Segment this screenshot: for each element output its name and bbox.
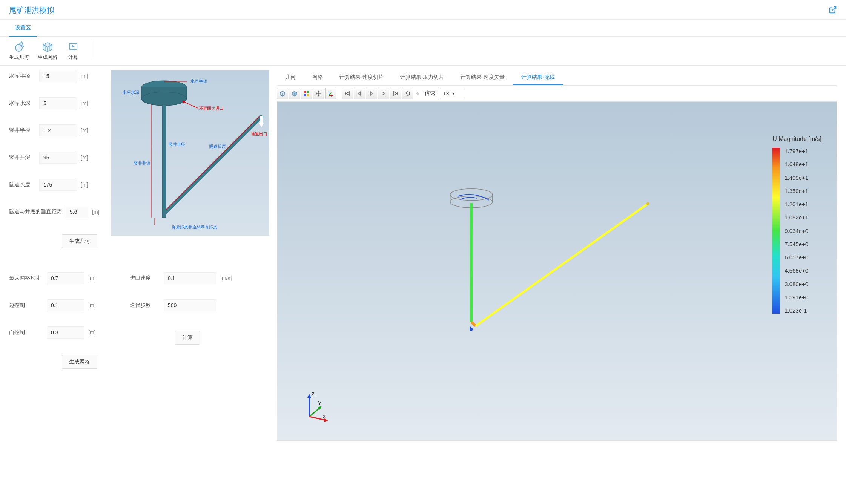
svg-text:x: x bbox=[331, 95, 332, 97]
playback-prev-icon[interactable] bbox=[354, 88, 365, 99]
right-panel: 几何 网格 计算结果-速度切片 计算结果-压力切片 计算结果-速度矢量 计算结果… bbox=[277, 70, 837, 441]
legend-label: 3.080e+0 bbox=[785, 281, 808, 287]
unit-tunnel-dist: [m] bbox=[92, 209, 103, 215]
unit-reservoir-radius: [m] bbox=[81, 73, 92, 79]
input-face-ctrl[interactable] bbox=[47, 326, 84, 339]
left-panel: 水库半径 [m] 水库水深 [m] 竖井半径 [m] 竖井井深 bbox=[9, 70, 269, 441]
svg-marker-3 bbox=[72, 45, 75, 48]
label-shaft-radius: 竖井半径 bbox=[9, 127, 35, 134]
view-axes-icon[interactable]: x bbox=[325, 88, 336, 99]
speed-select[interactable]: 1× bbox=[440, 88, 462, 99]
input-max-size[interactable] bbox=[47, 272, 84, 284]
diag-label-reservoir-depth: 水库水深 bbox=[123, 90, 139, 95]
input-edge-ctrl[interactable] bbox=[47, 299, 84, 311]
view-iso-icon[interactable] bbox=[277, 88, 288, 99]
label-max-size: 最大网格尺寸 bbox=[9, 275, 43, 282]
open-external-icon[interactable] bbox=[829, 6, 837, 15]
tab-vel-slice[interactable]: 计算结果-速度切片 bbox=[331, 70, 392, 85]
svg-rect-16 bbox=[304, 91, 306, 93]
svg-point-32 bbox=[646, 202, 649, 205]
compute-button[interactable]: 计算 bbox=[175, 331, 200, 345]
generate-mesh-button[interactable]: 生成网格 bbox=[62, 355, 97, 369]
row-iter-steps: 迭代步数 bbox=[130, 299, 232, 311]
playback-first-icon[interactable] bbox=[342, 88, 353, 99]
row-reservoir-radius: 水库半径 [m] bbox=[9, 70, 103, 82]
view-grid-icon[interactable] bbox=[301, 88, 312, 99]
geometry-inputs: 水库半径 [m] 水库水深 [m] 竖井半径 [m] 竖井井深 bbox=[9, 70, 103, 248]
label-reservoir-radius: 水库半径 bbox=[9, 73, 35, 80]
sim-inputs: 进口速度 [m/s] 迭代步数 计算 bbox=[130, 272, 232, 369]
label-shaft-depth: 竖井井深 bbox=[9, 154, 35, 161]
main-tabs: 设置区 bbox=[0, 20, 846, 37]
legend-label: 1.023e-1 bbox=[785, 307, 808, 314]
main-content: 水库半径 [m] 水库水深 [m] 竖井半径 [m] 竖井井深 bbox=[0, 66, 846, 452]
toolbar-separator bbox=[91, 41, 91, 59]
input-tunnel-length[interactable] bbox=[39, 179, 77, 191]
svg-text:Y: Y bbox=[318, 400, 322, 406]
toolbar-generate-mesh[interactable]: 生成网格 bbox=[38, 41, 57, 61]
label-edge-ctrl: 边控制 bbox=[9, 302, 43, 309]
toolbar-mesh-label: 生成网格 bbox=[38, 54, 57, 61]
label-tunnel-dist: 隧道与井底的垂直距离 bbox=[9, 208, 62, 215]
input-reservoir-depth[interactable] bbox=[39, 97, 77, 109]
legend-label: 1.648e+1 bbox=[785, 161, 808, 167]
row-inlet-vel: 进口速度 [m/s] bbox=[130, 272, 232, 284]
view-front-icon[interactable] bbox=[289, 88, 300, 99]
input-shaft-depth[interactable] bbox=[39, 152, 77, 164]
tab-geometry[interactable]: 几何 bbox=[277, 70, 304, 85]
toolbar-compute[interactable]: 计算 bbox=[66, 41, 80, 61]
unit-max-size: [m] bbox=[88, 275, 100, 281]
input-reservoir-radius[interactable] bbox=[39, 70, 77, 82]
frame-number: 6 bbox=[414, 90, 422, 97]
svg-line-38 bbox=[309, 407, 321, 417]
tab-settings[interactable]: 设置区 bbox=[9, 20, 37, 37]
label-tunnel-length: 隧道长度 bbox=[9, 181, 35, 188]
row-tunnel-length: 隧道长度 [m] bbox=[9, 179, 103, 191]
geometry-section: 水库半径 [m] 水库水深 [m] 竖井半径 [m] 竖井井深 bbox=[9, 70, 269, 248]
playback-next-icon[interactable] bbox=[378, 88, 389, 99]
svg-rect-19 bbox=[307, 94, 309, 96]
input-iter-steps[interactable] bbox=[164, 299, 216, 311]
svg-marker-24 bbox=[406, 93, 407, 94]
axis-indicator: Z Y X bbox=[300, 390, 334, 425]
mesh-button-row: 生成网格 bbox=[9, 355, 100, 369]
svg-line-8 bbox=[164, 116, 262, 214]
playback-loop-icon[interactable] bbox=[402, 88, 413, 99]
svg-rect-17 bbox=[307, 91, 309, 93]
playback-last-icon[interactable] bbox=[390, 88, 401, 99]
diag-label-tunnel-dist: 隧道距离井底的垂直距离 bbox=[172, 225, 217, 230]
toolbar-generate-geometry[interactable]: 生成几何 bbox=[9, 41, 29, 61]
tab-mesh[interactable]: 网格 bbox=[304, 70, 331, 85]
toolbar-geometry-label: 生成几何 bbox=[9, 54, 29, 61]
legend-label: 1.052e+1 bbox=[785, 214, 808, 221]
diag-label-ring-inlet: 环形面为进口 bbox=[199, 106, 224, 110]
input-shaft-radius[interactable] bbox=[39, 124, 77, 136]
result-viewer[interactable]: U Magnitude [m/s] 1.797e+1 1.648e+1 1.49… bbox=[277, 101, 837, 441]
row-edge-ctrl: 边控制 [m] bbox=[9, 299, 100, 311]
playback-play-icon[interactable] bbox=[366, 88, 377, 99]
row-tunnel-dist: 隧道与井底的垂直距离 [m] bbox=[9, 206, 103, 218]
input-tunnel-dist[interactable] bbox=[66, 206, 88, 218]
input-inlet-vel[interactable] bbox=[164, 272, 216, 284]
label-reservoir-depth: 水库水深 bbox=[9, 100, 35, 107]
row-shaft-depth: 竖井井深 [m] bbox=[9, 152, 103, 164]
legend-label: 1.201e+1 bbox=[785, 201, 808, 207]
row-face-ctrl: 面控制 [m] bbox=[9, 326, 100, 339]
svg-marker-36 bbox=[307, 394, 311, 398]
svg-line-11 bbox=[166, 116, 260, 210]
color-legend: U Magnitude [m/s] 1.797e+1 1.648e+1 1.49… bbox=[772, 136, 821, 314]
tab-pres-slice[interactable]: 计算结果-压力切片 bbox=[392, 70, 453, 85]
view-move-icon[interactable] bbox=[313, 88, 324, 99]
tab-streamline[interactable]: 计算结果-流线 bbox=[513, 70, 563, 85]
row-max-size: 最大网格尺寸 [m] bbox=[9, 272, 100, 284]
speed-label: 倍速: bbox=[422, 90, 439, 97]
legend-label: 1.591e+0 bbox=[785, 294, 808, 300]
generate-geometry-button[interactable]: 生成几何 bbox=[62, 234, 97, 248]
legend-label: 1.350e+1 bbox=[785, 188, 808, 194]
speed-value: 1× bbox=[443, 90, 449, 97]
unit-inlet-vel: [m/s] bbox=[220, 275, 232, 281]
legend-label: 1.499e+1 bbox=[785, 175, 808, 181]
viewer-toolbar: x 6 倍速: 1× bbox=[277, 86, 837, 101]
svg-marker-13 bbox=[259, 123, 264, 127]
tab-vel-vector[interactable]: 计算结果-速度矢量 bbox=[452, 70, 513, 85]
